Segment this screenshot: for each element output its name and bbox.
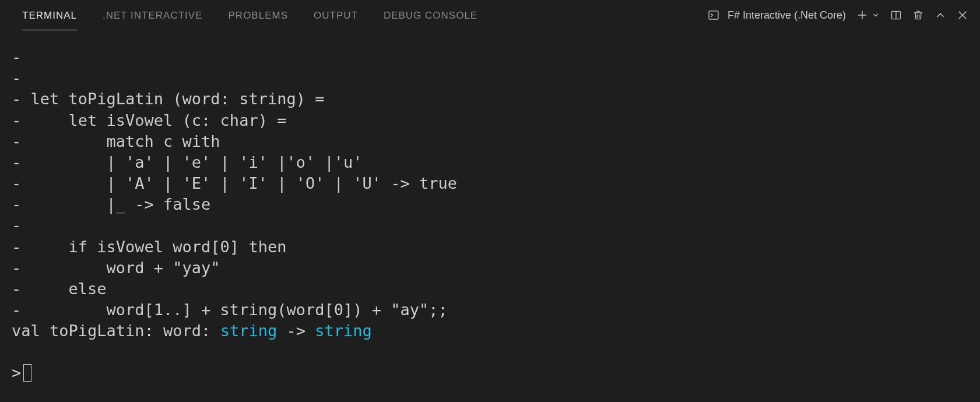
- terminal-line: - word[1..] + string(word[0]) + "ay";;: [12, 299, 968, 320]
- terminal-line: - | 'A' | 'E' | 'I' | 'O' | 'U' -> true: [12, 173, 968, 194]
- panel-actions: F# Interactive (.Net Core): [708, 9, 968, 22]
- tab-output[interactable]: OUTPUT: [314, 0, 358, 30]
- terminal-val-line: val toPigLatin: word: string -> string: [12, 320, 968, 341]
- close-panel-button[interactable]: [957, 9, 968, 21]
- terminal-icon: [708, 9, 719, 21]
- terminal-shell-selector[interactable]: F# Interactive (.Net Core): [708, 9, 846, 22]
- tab-terminal[interactable]: TERMINAL: [22, 0, 77, 30]
- terminal-prompt[interactable]: >: [12, 362, 968, 383]
- terminal-line: - match c with: [12, 131, 968, 152]
- terminal-cursor: [23, 364, 31, 382]
- terminal-line: -: [12, 47, 968, 68]
- terminal-line: - let isVowel (c: char) =: [12, 110, 968, 131]
- tab-debug-console[interactable]: DEBUG CONSOLE: [384, 0, 477, 30]
- panel-header: TERMINAL .NET INTERACTIVE PROBLEMS OUTPU…: [0, 0, 980, 30]
- split-terminal-button[interactable]: [890, 9, 902, 21]
- terminal-line: - word + "yay": [12, 258, 968, 278]
- new-terminal-button[interactable]: [856, 9, 868, 21]
- terminal-line: - | 'a' | 'e' | 'i' |'o' |'u': [12, 152, 968, 173]
- maximize-panel-button[interactable]: [935, 9, 946, 21]
- terminal-launch-profile-chevron-icon[interactable]: [872, 11, 880, 19]
- terminal-shell-name: F# Interactive (.Net Core): [728, 9, 846, 22]
- tab-dotnet-interactive[interactable]: .NET INTERACTIVE: [103, 0, 203, 30]
- svg-rect-0: [709, 11, 718, 19]
- kill-terminal-button[interactable]: [912, 9, 924, 21]
- terminal-line: - let toPigLatin (word: string) =: [12, 89, 968, 110]
- panel-tabs: TERMINAL .NET INTERACTIVE PROBLEMS OUTPU…: [22, 0, 477, 30]
- prompt-symbol: >: [12, 362, 21, 383]
- terminal-line: - else: [12, 278, 968, 299]
- terminal-output[interactable]: - - - let toPigLatin (word: string) = - …: [0, 30, 980, 384]
- terminal-line: -: [12, 68, 968, 89]
- terminal-line: -: [12, 215, 968, 236]
- terminal-line: - if isVowel word[0] then: [12, 237, 968, 258]
- terminal-line: - |_ -> false: [12, 194, 968, 215]
- tab-problems[interactable]: PROBLEMS: [229, 0, 288, 30]
